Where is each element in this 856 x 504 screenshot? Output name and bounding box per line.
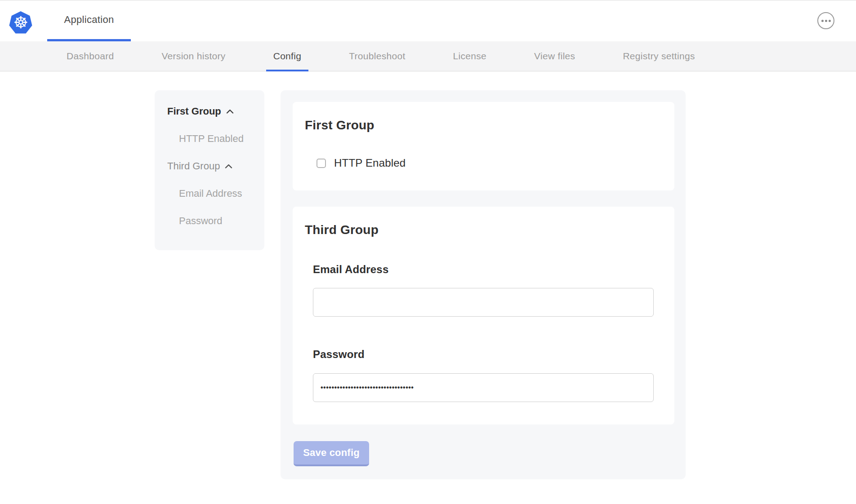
app-tab-label: Application [64,14,114,26]
app-header: ☸ Application [0,0,856,41]
email-address-label: Email Address [313,263,388,276]
http-enabled-checkbox[interactable] [317,159,326,168]
sidebar-item-label: HTTP Enabled [179,133,244,145]
group-title: Third Group [305,223,379,237]
nav-item-troubleshoot[interactable]: Troubleshoot [349,41,405,71]
nav-item-dashboard[interactable]: Dashboard [67,41,114,71]
group-title: First Group [305,118,374,133]
config-card-first-group: First Group HTTP Enabled [293,102,674,190]
sidebar-group-label: Third Group [167,160,220,172]
sidebar-item-password[interactable]: Password [155,213,264,229]
config-card-third-group: Third Group Email Address Password [293,207,674,424]
sidebar-group-first-group[interactable]: First Group [155,104,264,119]
tab-application[interactable]: Application [47,0,131,39]
sidebar-item-email-address[interactable]: Email Address [155,186,264,201]
kubernetes-logo-icon: ☸ [9,11,32,35]
chevron-up-icon [226,109,234,114]
ellipsis-icon [825,20,827,22]
helm-wheel-icon: ☸ [13,14,28,31]
nav-item-view-files[interactable]: View files [534,41,575,71]
nav-item-license[interactable]: License [453,41,486,71]
email-address-input[interactable] [313,288,654,317]
chevron-up-icon [225,164,232,168]
sidebar-item-label: Email Address [179,188,242,199]
config-panel: First Group HTTP Enabled Third Group Ema… [281,90,686,479]
overflow-menu-button[interactable] [817,12,834,29]
password-label: Password [313,348,365,361]
checkbox-label[interactable]: HTTP Enabled [334,157,406,169]
http-enabled-field: HTTP Enabled [317,157,406,169]
config-groups-sidebar: First Group HTTP Enabled Third Group Ema… [155,90,264,250]
sidebar-group-third-group[interactable]: Third Group [155,159,264,174]
sidebar-group-label: First Group [167,106,221,117]
sidebar-item-http-enabled[interactable]: HTTP Enabled [155,131,264,146]
sidebar-item-label: Password [179,215,223,227]
save-config-button[interactable]: Save config [294,441,369,466]
nav-item-version-history[interactable]: Version history [161,41,225,71]
password-input[interactable] [313,373,654,402]
nav-item-registry-settings[interactable]: Registry settings [623,41,695,71]
ellipsis-icon [829,20,831,22]
app-subnav: Dashboard Version history Config Trouble… [0,41,856,71]
nav-item-config[interactable]: Config [273,41,302,71]
ellipsis-icon [821,20,824,22]
